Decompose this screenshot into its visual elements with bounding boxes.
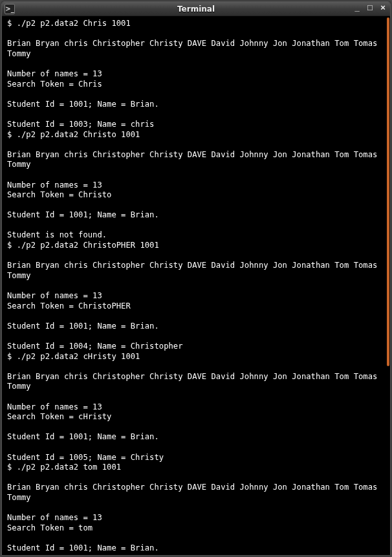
command-line: $ ./p2 p2.data2 tom 1001 [7, 463, 386, 473]
blank-line [7, 201, 386, 211]
blank-line [7, 533, 386, 543]
window-title: Terminal [2, 5, 390, 14]
result-line: Student Id = 1003; Name = chris [7, 120, 386, 130]
token-line: Search Token = tom [7, 523, 386, 534]
minimize-button[interactable]: _ [353, 3, 362, 12]
blank-line [7, 109, 386, 120]
blank-line [7, 59, 386, 69]
terminal-output[interactable]: $ ./p2 p2.data2 Chris 1001Brian Bryan ch… [2, 16, 390, 555]
maximize-button[interactable]: □ [365, 3, 375, 12]
close-button[interactable]: × [378, 3, 387, 12]
count-line: Number of names = 13 [7, 69, 386, 80]
command-line: $ ./p2 p2.data2 ChristoPHER 1001 [7, 241, 386, 251]
blank-line [7, 553, 386, 555]
terminal-app-icon: >_ [5, 4, 15, 14]
terminal-window: >_ Terminal _ □ × $ ./p2 p2.data2 Chris … [1, 1, 391, 556]
result-line: Student is not found. [7, 230, 386, 241]
titlebar[interactable]: >_ Terminal _ □ × [2, 2, 390, 16]
first-record: Student Id = 1001; Name = Brian. [7, 210, 386, 221]
blank-line [7, 392, 386, 402]
command-line: $ ./p2 p2.data2 Christo 1001 [7, 130, 386, 140]
blank-line [7, 422, 386, 433]
token-line: Search Token = Chris [7, 80, 386, 90]
names-list: Brian Bryan chris Christopher Christy DA… [7, 483, 386, 503]
blank-line [7, 140, 386, 150]
first-record: Student Id = 1001; Name = Brian. [7, 322, 386, 332]
result-line: Student Id = 1005; Name = Christy [7, 453, 386, 463]
blank-line [7, 170, 386, 180]
blank-line [7, 362, 386, 372]
blank-line [7, 442, 386, 453]
token-line: Search Token = cHristy [7, 412, 386, 422]
count-line: Number of names = 13 [7, 402, 386, 413]
token-line: Search Token = ChristoPHER [7, 301, 386, 312]
count-line: Number of names = 13 [7, 513, 386, 523]
first-record: Student Id = 1001; Name = Brian. [7, 432, 386, 442]
first-record: Student Id = 1001; Name = Brian. [7, 543, 386, 554]
blank-line [7, 251, 386, 261]
first-record: Student Id = 1001; Name = Brian. [7, 100, 386, 110]
result-line: Student Id = 1004; Name = Christopher [7, 342, 386, 352]
blank-line [7, 221, 386, 231]
names-list: Brian Bryan chris Christopher Christy DA… [7, 261, 386, 281]
token-line: Search Token = Christo [7, 190, 386, 201]
blank-line [7, 281, 386, 291]
blank-line [7, 473, 386, 483]
names-list: Brian Bryan chris Christopher Christy DA… [7, 150, 386, 170]
blank-line [7, 89, 386, 100]
blank-line [7, 29, 386, 39]
count-line: Number of names = 13 [7, 180, 386, 191]
blank-line [7, 503, 386, 514]
command-line: $ ./p2 p2.data2 Chris 1001 [7, 19, 386, 29]
count-line: Number of names = 13 [7, 291, 386, 301]
command-line: $ ./p2 p2.data2 cHristy 1001 [7, 352, 386, 362]
scrollbar-thumb[interactable] [387, 17, 389, 366]
names-list: Brian Bryan chris Christopher Christy DA… [7, 39, 386, 59]
blank-line [7, 331, 386, 342]
names-list: Brian Bryan chris Christopher Christy DA… [7, 372, 386, 392]
window-controls: _ □ × [353, 3, 387, 12]
blank-line [7, 311, 386, 322]
scrollbar[interactable] [387, 17, 389, 554]
